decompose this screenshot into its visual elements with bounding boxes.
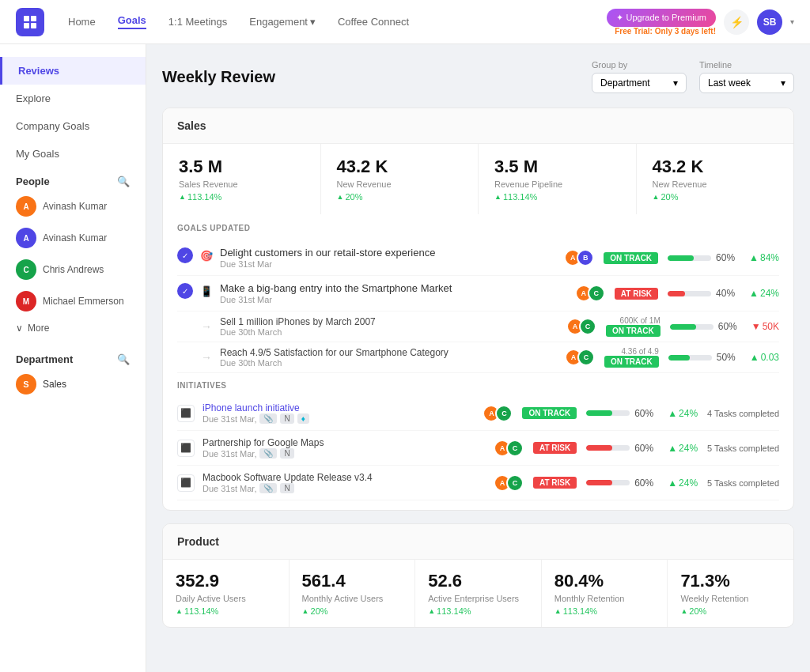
- svg-rect-2: [24, 23, 29, 28]
- nav-engagement[interactable]: Engagement▾: [249, 16, 316, 28]
- progress-bar: [586, 480, 630, 485]
- sidebar-item-company-goals[interactable]: Company Goals: [0, 112, 146, 140]
- progress-fill: [668, 255, 694, 261]
- notifications-button[interactable]: ⚡: [724, 9, 749, 35]
- people-search-icon[interactable]: 🔍: [117, 176, 130, 187]
- group-by-select[interactable]: Department ▾: [592, 73, 687, 93]
- status-badge-on-track: ON TRACK: [604, 252, 658, 264]
- initiative-progress-1: 60%: [586, 408, 658, 419]
- initiative-change-1: ▲ 24%: [668, 408, 698, 419]
- sub-goal-row-2: → Reach 4.9/5 Satisfaction for our Smart…: [177, 342, 779, 373]
- tasks-completed-2: 5 Tasks completed: [707, 444, 779, 453]
- nav-meetings[interactable]: 1:1 Meetings: [168, 16, 227, 28]
- progress-bar: [586, 410, 630, 416]
- sidebar-item-explore[interactable]: Explore: [0, 85, 146, 112]
- tag-attachment: 📎: [259, 413, 277, 424]
- user-avatar-button[interactable]: SB: [757, 9, 782, 35]
- svg-rect-1: [31, 16, 36, 21]
- timeline-select[interactable]: Last week ▾: [699, 73, 794, 93]
- initiatives-label: INITIATIVES: [177, 381, 779, 390]
- progress-bar-wrap-2: 40%: [668, 288, 740, 299]
- progress-fill: [586, 480, 612, 485]
- initiative-right-2: A C AT RISK 60% ▲ 24% 5 Task: [494, 440, 779, 457]
- progress-fill: [586, 445, 612, 451]
- sub-goal-row-1: → Sell 1 million iPhones by March 2007 D…: [177, 311, 779, 342]
- person-avatar: A: [16, 196, 36, 217]
- sub-goal-assignees-2: A C: [565, 349, 595, 366]
- tasks-completed-3: 5 Tasks completed: [707, 478, 779, 488]
- progress-fill: [668, 355, 691, 361]
- sidebar-dept-sales[interactable]: S Sales: [0, 368, 146, 400]
- goal-check-icon: ✓: [177, 247, 193, 263]
- metric-monthly-active: 561.4 Monthly Active Users 20%: [290, 560, 416, 627]
- sub-goal-assignees-1: A C: [566, 318, 596, 335]
- main-layout: Reviews Explore Company Goals My Goals P…: [0, 44, 810, 672]
- initiative-right-1: A C ON TRACK 60% ▲ 24% 4 Tas: [483, 405, 779, 422]
- goal-assignees-1: A B: [564, 249, 594, 266]
- progress-fill: [668, 291, 685, 296]
- initiative-change-3: ▲ 24%: [668, 478, 698, 489]
- progress-bar-1: [668, 255, 711, 261]
- initiative-title-link[interactable]: iPhone launch initiative: [202, 402, 475, 413]
- assignee-avatar: C: [506, 440, 524, 457]
- sub-goal-arrow-icon: →: [201, 320, 212, 333]
- sidebar: Reviews Explore Company Goals My Goals P…: [0, 44, 146, 672]
- svg-rect-3: [31, 23, 36, 28]
- initiative-row-2: ⬛ Partnership for Google Maps Due 31st M…: [177, 431, 779, 466]
- sidebar-item-reviews[interactable]: Reviews: [0, 57, 146, 85]
- dept-search-icon[interactable]: 🔍: [117, 353, 130, 365]
- sidebar-item-my-goals[interactable]: My Goals: [0, 140, 146, 168]
- progress-fill: [586, 410, 612, 416]
- sub-goal-right-2: A C 4.36 of 4.9 ON TRACK: [565, 347, 779, 368]
- person-avatar: M: [16, 291, 36, 311]
- metric-sales-revenue: 3.5 M Sales Revenue 113.14%: [163, 144, 321, 214]
- sales-section-card: Sales 3.5 M Sales Revenue 113.14% 43.2 K…: [162, 108, 794, 511]
- goals-updated-label: GOALS UPDATED: [177, 224, 779, 232]
- chevron-down-icon[interactable]: ▾: [790, 17, 794, 26]
- upgrade-premium-button[interactable]: ✦ Upgrade to Premium: [607, 9, 717, 27]
- sidebar-person-michael[interactable]: M Michael Emmerson: [0, 285, 146, 317]
- goal-change-1: ▲ 84%: [749, 252, 779, 263]
- goal-right-2: A C AT RISK 40% ▲ 24%: [575, 285, 779, 302]
- nav-right: ✦ Upgrade to Premium Free Trial: Only 3 …: [607, 9, 795, 36]
- progress-bar: [586, 445, 630, 451]
- nav-home[interactable]: Home: [68, 16, 96, 28]
- goal-right-1: A B ON TRACK 60% ▲ 84%: [564, 249, 779, 266]
- nav-goals[interactable]: Goals: [118, 14, 146, 29]
- initiative-progress-3: 60%: [586, 478, 658, 489]
- sub-goal-right-1: A C 600K of 1M ON TRACK: [566, 316, 779, 337]
- initiative-info-1: iPhone launch initiative Due 31st Mar, 📎…: [202, 402, 475, 424]
- progress-bar-2: [668, 291, 711, 296]
- app-logo[interactable]: [16, 8, 44, 36]
- sidebar-person-avinash-1[interactable]: A Avinash Kumar: [0, 191, 146, 222]
- metric-new-revenue-1: 43.2 K New Revenue 20%: [321, 144, 479, 214]
- tag-attachment: 📎: [259, 483, 277, 493]
- initiative-title-2: Partnership for Google Maps: [202, 437, 486, 448]
- assignee-avatar: C: [579, 318, 596, 335]
- initiative-icon: ⬛: [177, 474, 195, 492]
- sidebar-person-avinash-2[interactable]: A Avinash Kumar: [0, 222, 146, 254]
- status-badge-at-risk: AT RISK: [615, 288, 658, 300]
- assignee-avatar: C: [495, 405, 513, 422]
- status-badge: ON TRACK: [604, 356, 659, 368]
- nav-coffee-connect[interactable]: Coffee Connect: [338, 16, 409, 28]
- goal-text-1: Delight customers in our retail-store ex…: [220, 247, 556, 269]
- content-header: Weekly Review Group by Department ▾ Time…: [162, 60, 794, 93]
- tag-notion: N: [280, 448, 293, 459]
- sales-metrics-row: 3.5 M Sales Revenue 113.14% 43.2 K New R…: [163, 144, 793, 214]
- sidebar-person-chris[interactable]: C Chris Andrews: [0, 254, 146, 285]
- metric-revenue-pipeline: 3.5 M Revenue Pipeline 113.14%: [479, 144, 637, 214]
- page-title: Weekly Review: [162, 68, 275, 86]
- free-trial-text: Free Trial: Only 3 days left!: [615, 27, 716, 36]
- sales-section-header: Sales: [163, 108, 793, 144]
- chevron-down-icon: ▾: [310, 16, 316, 28]
- initiative-row-1: ⬛ iPhone launch initiative Due 31st Mar,…: [177, 396, 779, 431]
- status-badge: ON TRACK: [522, 407, 577, 419]
- goal-left-1: ✓ 🎯 Delight customers in our retail-stor…: [177, 247, 556, 269]
- status-badge: ON TRACK: [606, 325, 660, 337]
- star-icon: ✦: [616, 13, 623, 23]
- progress-fill: [670, 324, 696, 330]
- sidebar-more-item[interactable]: ∨ More: [0, 317, 146, 339]
- status-badge: AT RISK: [533, 477, 577, 489]
- initiative-info-3: Macbook Software Update Release v3.4 Due…: [202, 472, 486, 493]
